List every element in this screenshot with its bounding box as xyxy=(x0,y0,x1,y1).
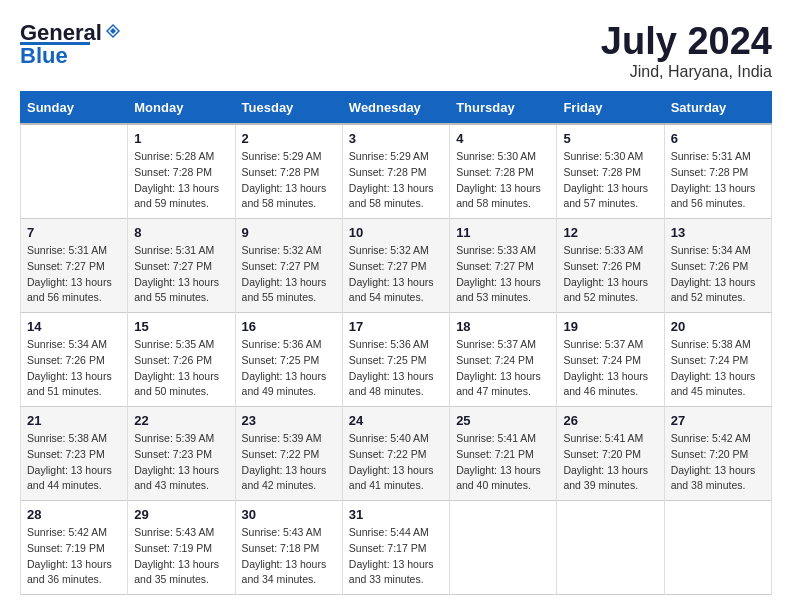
day-info: Sunrise: 5:37 AMSunset: 7:24 PMDaylight:… xyxy=(563,337,657,400)
header-monday: Monday xyxy=(128,92,235,125)
calendar-week-row: 1Sunrise: 5:28 AMSunset: 7:28 PMDaylight… xyxy=(21,124,772,219)
day-number: 30 xyxy=(242,507,336,522)
day-number: 5 xyxy=(563,131,657,146)
day-number: 16 xyxy=(242,319,336,334)
day-number: 13 xyxy=(671,225,765,240)
day-number: 27 xyxy=(671,413,765,428)
day-number: 29 xyxy=(134,507,228,522)
day-number: 25 xyxy=(456,413,550,428)
calendar-day-cell xyxy=(21,124,128,219)
calendar-day-cell: 6Sunrise: 5:31 AMSunset: 7:28 PMDaylight… xyxy=(664,124,771,219)
day-info: Sunrise: 5:34 AMSunset: 7:26 PMDaylight:… xyxy=(671,243,765,306)
day-number: 4 xyxy=(456,131,550,146)
day-number: 28 xyxy=(27,507,121,522)
calendar-day-cell: 16Sunrise: 5:36 AMSunset: 7:25 PMDayligh… xyxy=(235,313,342,407)
header-tuesday: Tuesday xyxy=(235,92,342,125)
day-info: Sunrise: 5:33 AMSunset: 7:27 PMDaylight:… xyxy=(456,243,550,306)
day-info: Sunrise: 5:40 AMSunset: 7:22 PMDaylight:… xyxy=(349,431,443,494)
calendar-day-cell: 2Sunrise: 5:29 AMSunset: 7:28 PMDaylight… xyxy=(235,124,342,219)
calendar-day-cell xyxy=(450,501,557,595)
calendar-day-cell: 29Sunrise: 5:43 AMSunset: 7:19 PMDayligh… xyxy=(128,501,235,595)
day-number: 15 xyxy=(134,319,228,334)
calendar-day-cell: 30Sunrise: 5:43 AMSunset: 7:18 PMDayligh… xyxy=(235,501,342,595)
calendar-day-cell: 1Sunrise: 5:28 AMSunset: 7:28 PMDaylight… xyxy=(128,124,235,219)
calendar-day-cell: 9Sunrise: 5:32 AMSunset: 7:27 PMDaylight… xyxy=(235,219,342,313)
day-number: 19 xyxy=(563,319,657,334)
day-info: Sunrise: 5:30 AMSunset: 7:28 PMDaylight:… xyxy=(563,149,657,212)
day-number: 9 xyxy=(242,225,336,240)
month-title: July 2024 xyxy=(601,20,772,63)
header-wednesday: Wednesday xyxy=(342,92,449,125)
calendar-table: Sunday Monday Tuesday Wednesday Thursday… xyxy=(20,91,772,595)
day-number: 8 xyxy=(134,225,228,240)
calendar-day-cell: 21Sunrise: 5:38 AMSunset: 7:23 PMDayligh… xyxy=(21,407,128,501)
calendar-day-cell: 7Sunrise: 5:31 AMSunset: 7:27 PMDaylight… xyxy=(21,219,128,313)
location-title: Jind, Haryana, India xyxy=(601,63,772,81)
calendar-day-cell: 31Sunrise: 5:44 AMSunset: 7:17 PMDayligh… xyxy=(342,501,449,595)
calendar-day-cell: 14Sunrise: 5:34 AMSunset: 7:26 PMDayligh… xyxy=(21,313,128,407)
calendar-day-cell: 18Sunrise: 5:37 AMSunset: 7:24 PMDayligh… xyxy=(450,313,557,407)
calendar-day-cell: 24Sunrise: 5:40 AMSunset: 7:22 PMDayligh… xyxy=(342,407,449,501)
day-info: Sunrise: 5:38 AMSunset: 7:24 PMDaylight:… xyxy=(671,337,765,400)
day-number: 24 xyxy=(349,413,443,428)
title-section: July 2024 Jind, Haryana, India xyxy=(601,20,772,81)
calendar-day-cell: 5Sunrise: 5:30 AMSunset: 7:28 PMDaylight… xyxy=(557,124,664,219)
header-friday: Friday xyxy=(557,92,664,125)
calendar-day-cell: 22Sunrise: 5:39 AMSunset: 7:23 PMDayligh… xyxy=(128,407,235,501)
day-info: Sunrise: 5:37 AMSunset: 7:24 PMDaylight:… xyxy=(456,337,550,400)
day-info: Sunrise: 5:41 AMSunset: 7:21 PMDaylight:… xyxy=(456,431,550,494)
day-number: 12 xyxy=(563,225,657,240)
day-info: Sunrise: 5:41 AMSunset: 7:20 PMDaylight:… xyxy=(563,431,657,494)
day-info: Sunrise: 5:36 AMSunset: 7:25 PMDaylight:… xyxy=(349,337,443,400)
calendar-day-cell: 28Sunrise: 5:42 AMSunset: 7:19 PMDayligh… xyxy=(21,501,128,595)
calendar-day-cell: 8Sunrise: 5:31 AMSunset: 7:27 PMDaylight… xyxy=(128,219,235,313)
calendar-day-cell: 3Sunrise: 5:29 AMSunset: 7:28 PMDaylight… xyxy=(342,124,449,219)
day-number: 31 xyxy=(349,507,443,522)
day-number: 6 xyxy=(671,131,765,146)
day-info: Sunrise: 5:35 AMSunset: 7:26 PMDaylight:… xyxy=(134,337,228,400)
day-number: 18 xyxy=(456,319,550,334)
day-number: 10 xyxy=(349,225,443,240)
day-info: Sunrise: 5:29 AMSunset: 7:28 PMDaylight:… xyxy=(349,149,443,212)
calendar-day-cell: 12Sunrise: 5:33 AMSunset: 7:26 PMDayligh… xyxy=(557,219,664,313)
day-number: 22 xyxy=(134,413,228,428)
header-sunday: Sunday xyxy=(21,92,128,125)
day-info: Sunrise: 5:31 AMSunset: 7:28 PMDaylight:… xyxy=(671,149,765,212)
calendar-day-cell xyxy=(664,501,771,595)
calendar-day-cell xyxy=(557,501,664,595)
day-info: Sunrise: 5:42 AMSunset: 7:20 PMDaylight:… xyxy=(671,431,765,494)
day-info: Sunrise: 5:39 AMSunset: 7:23 PMDaylight:… xyxy=(134,431,228,494)
day-info: Sunrise: 5:33 AMSunset: 7:26 PMDaylight:… xyxy=(563,243,657,306)
day-info: Sunrise: 5:31 AMSunset: 7:27 PMDaylight:… xyxy=(134,243,228,306)
logo-blue: Blue xyxy=(20,43,68,69)
calendar-week-row: 7Sunrise: 5:31 AMSunset: 7:27 PMDaylight… xyxy=(21,219,772,313)
day-info: Sunrise: 5:36 AMSunset: 7:25 PMDaylight:… xyxy=(242,337,336,400)
day-number: 17 xyxy=(349,319,443,334)
day-number: 2 xyxy=(242,131,336,146)
calendar-day-cell: 26Sunrise: 5:41 AMSunset: 7:20 PMDayligh… xyxy=(557,407,664,501)
day-info: Sunrise: 5:39 AMSunset: 7:22 PMDaylight:… xyxy=(242,431,336,494)
calendar-day-cell: 13Sunrise: 5:34 AMSunset: 7:26 PMDayligh… xyxy=(664,219,771,313)
page-header: General Blue July 2024 Jind, Haryana, In… xyxy=(20,20,772,81)
day-info: Sunrise: 5:43 AMSunset: 7:18 PMDaylight:… xyxy=(242,525,336,588)
day-info: Sunrise: 5:28 AMSunset: 7:28 PMDaylight:… xyxy=(134,149,228,212)
day-number: 26 xyxy=(563,413,657,428)
day-number: 3 xyxy=(349,131,443,146)
day-number: 11 xyxy=(456,225,550,240)
logo-icon xyxy=(104,22,122,44)
day-info: Sunrise: 5:32 AMSunset: 7:27 PMDaylight:… xyxy=(242,243,336,306)
calendar-day-cell: 25Sunrise: 5:41 AMSunset: 7:21 PMDayligh… xyxy=(450,407,557,501)
day-info: Sunrise: 5:29 AMSunset: 7:28 PMDaylight:… xyxy=(242,149,336,212)
header-thursday: Thursday xyxy=(450,92,557,125)
day-number: 21 xyxy=(27,413,121,428)
day-number: 23 xyxy=(242,413,336,428)
calendar-day-cell: 27Sunrise: 5:42 AMSunset: 7:20 PMDayligh… xyxy=(664,407,771,501)
day-number: 7 xyxy=(27,225,121,240)
calendar-day-cell: 17Sunrise: 5:36 AMSunset: 7:25 PMDayligh… xyxy=(342,313,449,407)
day-info: Sunrise: 5:30 AMSunset: 7:28 PMDaylight:… xyxy=(456,149,550,212)
calendar-week-row: 14Sunrise: 5:34 AMSunset: 7:26 PMDayligh… xyxy=(21,313,772,407)
calendar-day-cell: 20Sunrise: 5:38 AMSunset: 7:24 PMDayligh… xyxy=(664,313,771,407)
calendar-week-row: 28Sunrise: 5:42 AMSunset: 7:19 PMDayligh… xyxy=(21,501,772,595)
day-info: Sunrise: 5:42 AMSunset: 7:19 PMDaylight:… xyxy=(27,525,121,588)
calendar-header-row: Sunday Monday Tuesday Wednesday Thursday… xyxy=(21,92,772,125)
